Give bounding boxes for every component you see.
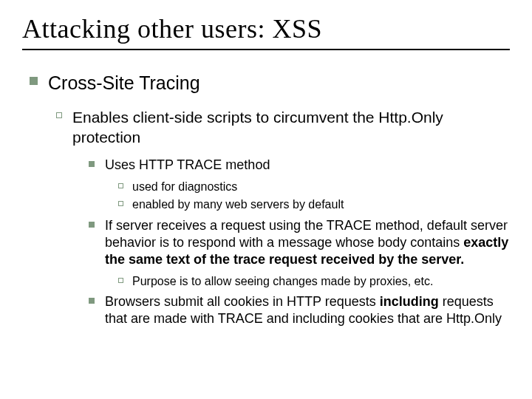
- l4-text: Purpose is to allow seeing changes made …: [132, 274, 510, 289]
- square-bullet-icon: [89, 222, 95, 228]
- hollow-square-bullet-icon: [118, 201, 123, 206]
- l3-text: If server receives a request using the T…: [105, 217, 510, 268]
- bullet-l3: If server receives a request using the T…: [89, 217, 510, 268]
- square-bullet-icon: [30, 77, 38, 85]
- l1-text: Cross-Site Tracing: [48, 71, 510, 95]
- bullet-l4: Purpose is to allow seeing changes made …: [118, 274, 510, 289]
- slide-title: Attacking other users: XSS: [22, 13, 510, 44]
- p3-bold1: including: [380, 294, 439, 309]
- hollow-square-bullet-icon: [118, 278, 123, 283]
- l3-text: Browsers submit all cookies in HTTP requ…: [105, 293, 510, 327]
- bullet-l3: Uses HTTP TRACE method: [89, 157, 510, 174]
- p2-pre: If server receives a request using the T…: [105, 218, 508, 250]
- bullet-l3: Browsers submit all cookies in HTTP requ…: [89, 293, 510, 327]
- l4-text: enabled by many web servers by default: [132, 197, 510, 212]
- l3-text: Uses HTTP TRACE method: [105, 157, 510, 174]
- square-bullet-icon: [89, 161, 95, 167]
- bullet-l4: enabled by many web servers by default: [118, 197, 510, 212]
- square-bullet-icon: [89, 298, 95, 304]
- title-rule: [22, 49, 510, 50]
- bullet-l4: used for diagnostics: [118, 180, 510, 194]
- slide: Attacking other users: XSS Cross-Site Tr…: [0, 0, 532, 399]
- hollow-square-bullet-icon: [118, 183, 123, 188]
- l4-text: used for diagnostics: [132, 180, 510, 194]
- p3-pre: Browsers submit all cookies in HTTP requ…: [105, 294, 380, 309]
- l2-text: Enables client-side scripts to circumven…: [72, 108, 510, 148]
- bullet-l1: Cross-Site Tracing: [30, 71, 510, 95]
- bullet-l2: Enables client-side scripts to circumven…: [56, 108, 510, 148]
- hollow-square-bullet-icon: [56, 112, 62, 118]
